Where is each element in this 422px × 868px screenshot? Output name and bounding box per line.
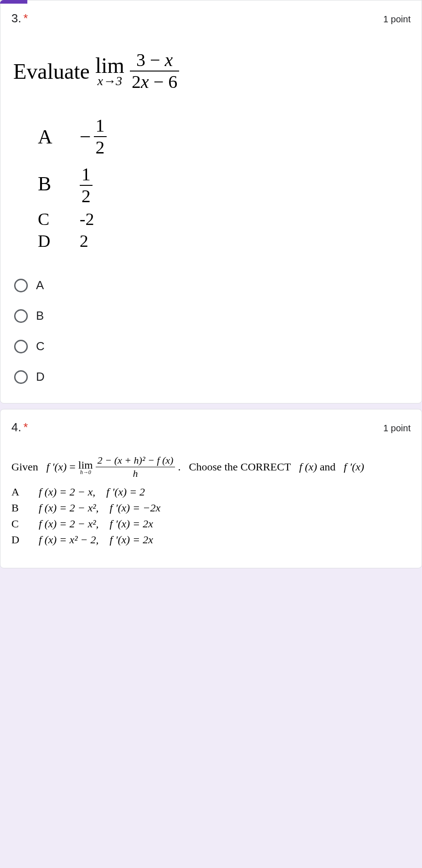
options-group: A B C D: [11, 270, 411, 392]
radio-icon: [14, 309, 28, 323]
answer-letter-B: B: [24, 159, 66, 208]
points-label: 1 point: [383, 423, 411, 434]
answer-letter-A: A: [24, 114, 66, 159]
answer-fx-A: f (x) = 2 − x,: [39, 486, 95, 498]
option-D[interactable]: D: [11, 362, 411, 392]
answer-value-D: 2: [66, 230, 120, 252]
answer-value-B: 1 2: [80, 165, 93, 205]
radio-icon: [14, 279, 28, 292]
radio-icon: [14, 370, 28, 384]
limit-subscript: x→3: [98, 75, 122, 87]
question-header: 4. * 1 point: [11, 420, 411, 434]
option-label: C: [36, 339, 45, 353]
points-label: 1 point: [383, 14, 411, 25]
limit-block: lim h→0: [78, 460, 93, 475]
answer-letter-A: A: [11, 484, 39, 500]
question-stem: Evaluate lim x→3 3 − x 2x − 6: [13, 51, 411, 91]
question-card-3: 3. * 1 point Evaluate lim x→3 3 − x: [0, 0, 422, 403]
question-body: Evaluate lim x→3 3 − x 2x − 6: [11, 34, 411, 261]
answer-letter-C: C: [24, 208, 66, 230]
limit-block: lim x→3: [95, 55, 124, 87]
answer-fpx-D: f ′(x) = 2x: [110, 534, 153, 546]
question-body: Given f ′(x) = lim h→0 2 − (x + h)² − f …: [11, 443, 411, 557]
answer-fpx-C: f ′(x) = 2x: [110, 518, 153, 530]
question-stem: Given f ′(x) = lim h→0 2 − (x + h)² − f …: [11, 455, 411, 479]
answer-letter-C: C: [11, 516, 39, 532]
option-label: D: [36, 370, 45, 384]
option-label: A: [36, 278, 44, 292]
answer-value-A: − 1 2: [80, 117, 107, 157]
accent-bar: [0, 0, 27, 4]
question-number: 3.: [11, 11, 21, 25]
limit-word: lim: [95, 55, 124, 77]
question-number: 4.: [11, 420, 21, 434]
option-A[interactable]: A: [11, 270, 411, 301]
answer-table: A f (x) = 2 − x, f ′(x) = 2 B f (x) = 2 …: [11, 484, 170, 548]
option-label: B: [36, 309, 44, 323]
answer-fx-C: f (x) = 2 − x²,: [39, 518, 99, 530]
option-B[interactable]: B: [11, 301, 411, 331]
answer-letter-D: D: [24, 230, 66, 252]
answer-table: A − 1 2 B: [24, 114, 120, 252]
required-asterisk: *: [23, 420, 28, 434]
radio-icon: [14, 340, 28, 353]
answer-fpx-B: f ′(x) = −2x: [110, 502, 161, 514]
stem-lead: Evaluate: [13, 59, 90, 84]
answer-fpx-A: f ′(x) = 2: [106, 486, 145, 498]
answer-value-C: -2: [66, 208, 120, 230]
stem-fraction: 2 − (x + h)² − f (x) h: [96, 455, 175, 479]
answer-letter-B: B: [11, 500, 39, 516]
stem-fraction: 3 − x 2x − 6: [130, 51, 179, 91]
question-header: 3. * 1 point: [11, 11, 411, 26]
answer-letter-D: D: [11, 532, 39, 548]
answer-fx-D: f (x) = x² − 2,: [39, 534, 99, 546]
question-card-4: 4. * 1 point Given f ′(x) = lim h→0 2 − …: [0, 409, 422, 568]
option-C[interactable]: C: [11, 331, 411, 362]
answer-fx-B: f (x) = 2 − x²,: [39, 502, 99, 514]
required-asterisk: *: [23, 11, 28, 25]
